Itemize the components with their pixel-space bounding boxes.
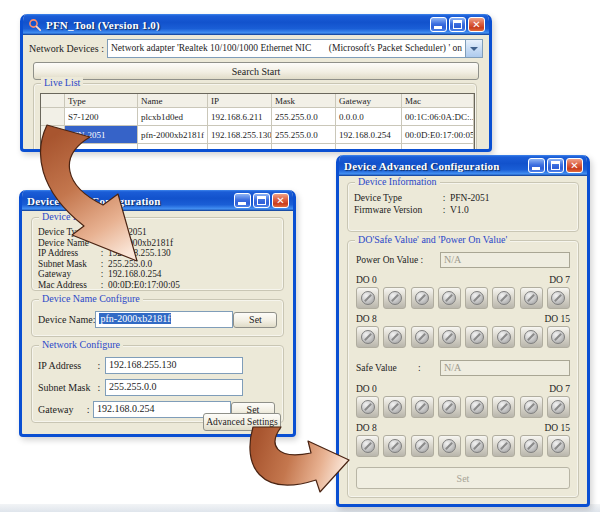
network-configure-group: Network Configure IP Address : 192.168.2… (31, 345, 284, 423)
table-cell[interactable]: 255.255.0.0 (272, 126, 336, 144)
table-cell[interactable]: 192.168.0.254 (336, 126, 402, 144)
power-on-do-row-8-15 (356, 325, 570, 348)
do-toggle-button[interactable] (438, 287, 461, 309)
do-toggle-button[interactable] (520, 435, 543, 457)
advanced-set-button[interactable]: Set (356, 467, 570, 489)
do-off-icon (442, 439, 456, 453)
do-toggle-button[interactable] (356, 287, 379, 309)
do-off-icon (497, 439, 511, 453)
do-toggle-button[interactable] (547, 396, 570, 418)
table-cell[interactable]: 192.168.6.211 (208, 108, 272, 126)
do-off-icon (470, 291, 484, 305)
network-device-value: Network adapter 'Realtek 10/100/1000 Eth… (111, 43, 311, 53)
close-button[interactable] (468, 17, 485, 32)
main-titlebar[interactable]: PFN_Tool (Version 1.0) (23, 14, 489, 35)
combobox-dropdown-icon[interactable] (465, 40, 482, 57)
do-toggle-button[interactable] (492, 326, 515, 348)
do-off-icon (524, 291, 538, 305)
do-toggle-button[interactable] (547, 326, 570, 348)
do-toggle-button[interactable] (411, 287, 434, 309)
do-off-icon (415, 439, 429, 453)
do-toggle-button[interactable] (520, 396, 543, 418)
column-header-gateway[interactable]: Gateway (336, 94, 402, 108)
table-cell[interactable]: 00:1C:06:0A:DC:... (402, 108, 474, 126)
table-cell[interactable]: 00:0D:E0:17:00:05 (402, 126, 474, 144)
do-toggle-button[interactable] (383, 287, 406, 309)
table-cell[interactable]: 0.0.0.0 (336, 108, 402, 126)
do-toggle-button[interactable] (465, 435, 488, 457)
live-list-label: Live List (41, 77, 83, 89)
do-toggle-button[interactable] (438, 435, 461, 457)
do-toggle-button[interactable] (520, 326, 543, 348)
power-on-do-row-0-7 (356, 286, 570, 309)
device-information-group: Device Information Device Type : PFN-205… (347, 182, 579, 232)
row-selector-current[interactable] (41, 126, 65, 144)
main-window-title: PFN_Tool (Version 1.0) (46, 19, 426, 31)
search-start-button[interactable]: Search Start (33, 62, 479, 80)
device-table: Type Name IP Mask Gateway Mac S7-1200 pl… (40, 93, 475, 152)
do-off-icon (470, 400, 484, 414)
do-toggle-button[interactable] (411, 396, 434, 418)
do-toggle-button[interactable] (356, 396, 379, 418)
do-toggle-button[interactable] (465, 287, 488, 309)
do-toggle-button[interactable] (520, 287, 543, 309)
table-cell[interactable]: S7-1200 (65, 108, 138, 126)
column-header-type[interactable]: Type (65, 94, 138, 108)
do-off-icon (551, 439, 565, 453)
minimize-button[interactable] (528, 158, 545, 173)
safe-value-field[interactable]: N/A (440, 360, 570, 376)
do-toggle-button[interactable] (492, 435, 515, 457)
table-cell-selected[interactable]: PFN-2051 (65, 126, 138, 144)
device-name-set-button[interactable]: Set (233, 312, 277, 328)
window-controls (234, 193, 289, 208)
do-toggle-button[interactable] (438, 396, 461, 418)
do-toggle-button[interactable] (465, 326, 488, 348)
do-toggle-button[interactable] (383, 326, 406, 348)
do-off-icon (361, 439, 375, 453)
close-button[interactable] (272, 193, 289, 208)
column-header-mac[interactable]: Mac (402, 94, 474, 108)
do-toggle-button[interactable] (411, 326, 434, 348)
column-header-name[interactable]: Name (138, 94, 208, 108)
do-toggle-button[interactable] (547, 287, 570, 309)
subnet-mask-input[interactable]: 255.255.0.0 (105, 379, 243, 396)
do-toggle-button[interactable] (547, 435, 570, 457)
column-header-mask[interactable]: Mask (272, 94, 336, 108)
table-cell[interactable]: plcxb1d0ed (138, 108, 208, 126)
do-toggle-button[interactable] (465, 396, 488, 418)
column-header-ip[interactable]: IP (208, 94, 272, 108)
minimize-button[interactable] (234, 193, 251, 208)
do-toggle-button[interactable] (438, 326, 461, 348)
advanced-settings-button[interactable]: Advanced Settings (203, 413, 281, 431)
do-toggle-button[interactable] (411, 435, 434, 457)
do-toggle-button[interactable] (356, 435, 379, 457)
do-off-icon (388, 400, 402, 414)
close-button[interactable] (566, 158, 583, 173)
row-selector[interactable] (41, 108, 65, 126)
ip-address-input[interactable]: 192.168.255.130 (105, 357, 243, 374)
maximize-button[interactable] (449, 17, 466, 32)
do-toggle-button[interactable] (383, 435, 406, 457)
basic-titlebar[interactable]: Device Basic Configuration (22, 190, 293, 211)
device-name-input[interactable]: pfn-2000xb2181f (95, 311, 233, 328)
maximize-button[interactable] (253, 193, 270, 208)
do-toggle-button[interactable] (356, 326, 379, 348)
network-device-combobox[interactable]: Network adapter 'Realtek 10/100/1000 Eth… (107, 39, 483, 58)
table-cell[interactable]: 255.255.0.0 (272, 108, 336, 126)
window-controls (528, 158, 583, 173)
power-on-value-field[interactable]: N/A (440, 252, 570, 268)
do-toggle-button[interactable] (383, 396, 406, 418)
advanced-titlebar[interactable]: Device Advanced Configuration (339, 155, 587, 176)
do-off-icon (415, 291, 429, 305)
do-toggle-button[interactable] (492, 287, 515, 309)
device-information-group: Device Information Device Type:PFN-2051 … (31, 217, 284, 291)
table-cell[interactable]: 192.168.255.130 (208, 126, 272, 144)
do-toggle-button[interactable] (492, 396, 515, 418)
window-controls (430, 17, 485, 32)
maximize-button[interactable] (547, 158, 564, 173)
table-cell[interactable]: pfn-2000xb2181f (138, 126, 208, 144)
network-devices-label: Network Devices : (29, 43, 107, 54)
network-configure-label: Network Configure (39, 339, 123, 351)
do-range-labels: DO 8DO 15 (356, 422, 570, 433)
minimize-button[interactable] (430, 17, 447, 32)
